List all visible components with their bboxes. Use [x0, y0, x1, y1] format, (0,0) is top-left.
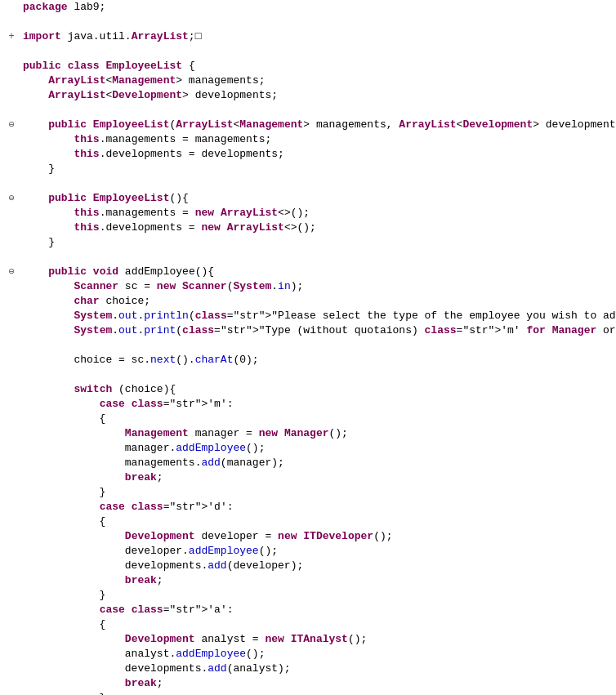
- code-line: }: [0, 162, 616, 176]
- line-gutter[interactable]: ⊖: [3, 118, 20, 132]
- line-content: package lab9;: [20, 0, 613, 15]
- line-content: }: [20, 162, 613, 176]
- code-line: developments.add(developer);: [0, 559, 616, 573]
- code-line: this.managements = managements;: [0, 132, 616, 147]
- code-line: case class="str">'m':: [0, 397, 616, 412]
- code-line: [0, 176, 616, 191]
- line-content: this.developments = developments;: [20, 147, 613, 162]
- code-line: manager.addEmployee();: [0, 441, 616, 456]
- code-line: System.out.print(class="str">"Type (with…: [0, 323, 616, 338]
- line-content: [20, 103, 613, 118]
- code-line: ⊖ public void addEmployee(){: [0, 265, 616, 279]
- code-line: [0, 250, 616, 265]
- line-content: ArrayList<Management> managements;: [20, 74, 613, 88]
- code-line: Scanner sc = new Scanner(System.in);: [0, 279, 616, 294]
- code-line: developments.add(analyst);: [0, 662, 616, 676]
- line-content: {: [20, 617, 613, 632]
- code-line: this.managements = new ArrayList<>();: [0, 206, 616, 221]
- line-content: System.out.println(class="str">"Please s…: [20, 309, 616, 323]
- line-content: break;: [20, 676, 613, 691]
- code-line: System.out.println(class="str">"Please s…: [0, 309, 616, 323]
- line-content: Scanner sc = new Scanner(System.in);: [20, 279, 613, 294]
- code-line: [0, 44, 616, 59]
- line-content: import java.util.ArrayList;□: [20, 29, 613, 44]
- line-content: }: [20, 235, 613, 250]
- code-line: char choice;: [0, 294, 616, 309]
- code-line: ArrayList<Management> managements;: [0, 74, 616, 88]
- line-content: break;: [20, 573, 613, 588]
- line-content: developer.addEmployee();: [20, 544, 613, 559]
- code-line: {: [0, 617, 616, 632]
- line-content: this.managements = new ArrayList<>();: [20, 206, 613, 221]
- line-content: choice = sc.next().charAt(0);: [20, 353, 613, 368]
- code-line: developer.addEmployee();: [0, 544, 616, 559]
- line-content: analyst.addEmployee();: [20, 647, 613, 662]
- code-line: [0, 368, 616, 382]
- line-content: ArrayList<Development> developments;: [20, 88, 613, 103]
- code-line: [0, 338, 616, 353]
- code-line: ⊖ public EmployeeList(ArrayList<Manageme…: [0, 118, 616, 132]
- code-line: }: [0, 485, 616, 500]
- code-line: break;: [0, 470, 616, 485]
- line-content: case class="str">'a':: [20, 603, 613, 617]
- code-line: analyst.addEmployee();: [0, 647, 616, 662]
- line-content: switch (choice){: [20, 382, 613, 397]
- line-content: char choice;: [20, 294, 613, 309]
- code-line: +import java.util.ArrayList;□: [0, 29, 616, 44]
- code-line: ⊖ public EmployeeList(){: [0, 191, 616, 206]
- line-content: }: [20, 691, 613, 695]
- code-line: managements.add(manager);: [0, 456, 616, 470]
- line-content: [20, 176, 613, 191]
- line-content: [20, 368, 613, 382]
- code-line: Development developer = new ITDeveloper(…: [0, 529, 616, 544]
- line-content: developments.add(analyst);: [20, 662, 613, 676]
- line-content: [20, 15, 613, 29]
- line-content: case class="str">'m':: [20, 397, 613, 412]
- line-content: {: [20, 412, 613, 426]
- code-line: ArrayList<Development> developments;: [0, 88, 616, 103]
- code-line: break;: [0, 573, 616, 588]
- code-line: switch (choice){: [0, 382, 616, 397]
- line-content: case class="str">'d':: [20, 500, 613, 515]
- line-content: Management manager = new Manager();: [20, 426, 613, 441]
- code-line: {: [0, 515, 616, 529]
- line-content: System.out.print(class="str">"Type (with…: [20, 323, 616, 338]
- line-content: [20, 338, 613, 353]
- code-line: Management manager = new Manager();: [0, 426, 616, 441]
- code-line: }: [0, 588, 616, 603]
- code-line: case class="str">'a':: [0, 603, 616, 617]
- code-line: {: [0, 412, 616, 426]
- code-line: this.developments = developments;: [0, 147, 616, 162]
- line-content: [20, 44, 613, 59]
- line-content: }: [20, 485, 613, 500]
- line-gutter[interactable]: +: [3, 29, 20, 44]
- line-content: public EmployeeList(ArrayList<Management…: [20, 118, 616, 132]
- line-gutter[interactable]: ⊖: [3, 265, 20, 279]
- line-content: public EmployeeList(){: [20, 191, 613, 206]
- line-content: {: [20, 515, 613, 529]
- line-content: managements.add(manager);: [20, 456, 613, 470]
- code-line: choice = sc.next().charAt(0);: [0, 353, 616, 368]
- code-line: package lab9;: [0, 0, 616, 15]
- code-line: case class="str">'d':: [0, 500, 616, 515]
- line-content: public void addEmployee(){: [20, 265, 613, 279]
- code-editor: package lab9; +import java.util.ArrayLis…: [0, 0, 616, 695]
- line-content: Development analyst = new ITAnalyst();: [20, 632, 613, 647]
- line-gutter[interactable]: ⊖: [3, 191, 20, 206]
- line-content: Development developer = new ITDeveloper(…: [20, 529, 613, 544]
- code-line: public class EmployeeList {: [0, 59, 616, 74]
- code-line: [0, 15, 616, 29]
- line-content: manager.addEmployee();: [20, 441, 613, 456]
- line-content: developments.add(developer);: [20, 559, 613, 573]
- line-content: break;: [20, 470, 613, 485]
- code-line: }: [0, 691, 616, 695]
- code-line: Development analyst = new ITAnalyst();: [0, 632, 616, 647]
- line-content: }: [20, 588, 613, 603]
- code-line: [0, 103, 616, 118]
- line-content: public class EmployeeList {: [20, 59, 613, 74]
- code-line: }: [0, 235, 616, 250]
- code-line: this.developments = new ArrayList<>();: [0, 221, 616, 235]
- code-line: break;: [0, 676, 616, 691]
- line-content: [20, 250, 613, 265]
- line-content: this.developments = new ArrayList<>();: [20, 221, 613, 235]
